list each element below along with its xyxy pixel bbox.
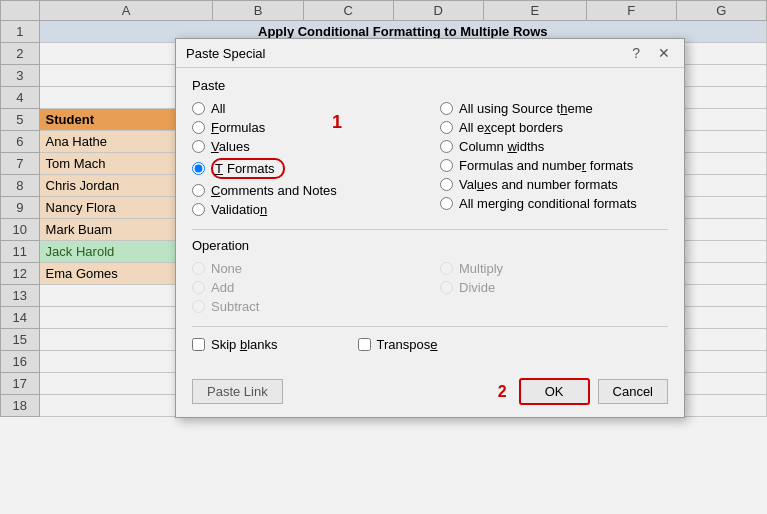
operation-option-add[interactable]: Add [192, 278, 420, 297]
operation-section: Operation None Add Subtract [192, 238, 668, 316]
dialog-overlay: Paste Special ? ✕ Paste All Formu [0, 0, 767, 514]
paste-option-formulas[interactable]: Formulas [192, 118, 420, 137]
dialog-controls: ? ✕ [628, 45, 674, 61]
marker-2: 2 [498, 383, 507, 401]
paste-special-dialog: Paste Special ? ✕ Paste All Formu [175, 38, 685, 418]
cancel-button[interactable]: Cancel [598, 379, 668, 404]
operation-option-subtract[interactable]: Subtract [192, 297, 420, 316]
paste-option-comments[interactable]: Comments and Notes [192, 181, 420, 200]
operation-option-none[interactable]: None [192, 259, 420, 278]
paste-option-all-merging[interactable]: All merging conditional formats [440, 194, 668, 213]
operation-options-grid: None Add Subtract [192, 259, 668, 316]
transpose-label: Transpose [377, 337, 438, 352]
paste-option-validation[interactable]: Validation [192, 200, 420, 219]
paste-option-values[interactable]: Values [192, 137, 420, 156]
operation-option-multiply[interactable]: Multiply [440, 259, 668, 278]
dialog-content: Paste All Formulas Values [176, 68, 684, 372]
footer-right: 2 OK Cancel [498, 378, 668, 405]
section-divider [192, 229, 668, 230]
operation-options-left: None Add Subtract [192, 259, 420, 316]
skip-blanks-option[interactable]: Skip blanks [192, 337, 278, 352]
operation-options-right: Multiply Divide [440, 259, 668, 316]
checkbox-row: Skip blanks Transpose [192, 337, 668, 352]
paste-link-button[interactable]: Paste Link [192, 379, 283, 404]
dialog-footer: Paste Link 2 OK Cancel [176, 372, 684, 417]
paste-options-right: All using Source theme All except border… [440, 99, 668, 219]
dialog-titlebar: Paste Special ? ✕ [176, 39, 684, 68]
paste-option-all-except[interactable]: All except borders [440, 118, 668, 137]
skip-blanks-label: Skip blanks [211, 337, 278, 352]
dialog-title: Paste Special [186, 46, 266, 61]
paste-option-formats[interactable]: TFormats [192, 156, 420, 181]
operation-option-divide[interactable]: Divide [440, 278, 668, 297]
transpose-option[interactable]: Transpose [358, 337, 438, 352]
paste-section-label: Paste [192, 78, 668, 93]
paste-option-all[interactable]: All [192, 99, 420, 118]
operation-section-label: Operation [192, 238, 668, 253]
ok-button[interactable]: OK [519, 378, 590, 405]
paste-options-grid: All Formulas Values TFormat [192, 99, 668, 219]
paste-option-col-widths[interactable]: Column widths [440, 137, 668, 156]
help-button[interactable]: ? [628, 45, 644, 61]
close-button[interactable]: ✕ [654, 45, 674, 61]
section-divider-2 [192, 326, 668, 327]
paste-option-formulas-numbers[interactable]: Formulas and number formats [440, 156, 668, 175]
paste-option-all-source[interactable]: All using Source theme [440, 99, 668, 118]
paste-option-values-numbers[interactable]: Values and number formats [440, 175, 668, 194]
paste-options-left: All Formulas Values TFormat [192, 99, 420, 219]
